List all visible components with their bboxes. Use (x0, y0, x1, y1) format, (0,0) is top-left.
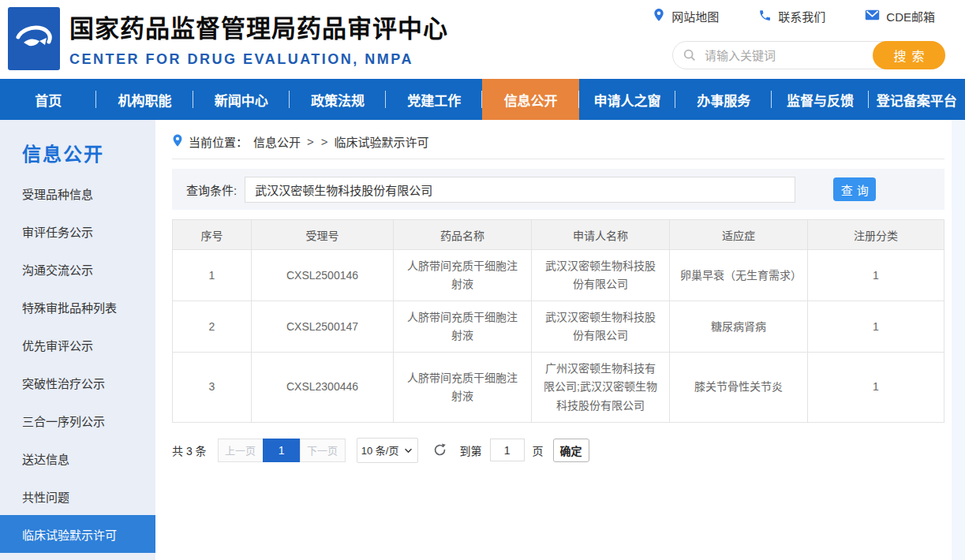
query-button[interactable]: 查询 (833, 177, 876, 201)
page-size-select[interactable]: 10 条/页 (357, 438, 418, 463)
cell-applicant: 武汉汉密顿生物科技股份有限公司 (532, 301, 670, 353)
location-pin-icon (653, 8, 665, 24)
cell-acceptance-no: CXSL2300446 (252, 353, 394, 422)
sidebar-title: 信息公开 (22, 139, 155, 166)
cell-seq: 3 (173, 353, 252, 422)
sidebar-item-communication[interactable]: 沟通交流公示 (0, 250, 155, 288)
next-page-button[interactable]: 下一页 (300, 439, 346, 462)
column-header-drug-name: 药品名称 (394, 220, 532, 250)
prev-page-button[interactable]: 上一页 (218, 439, 264, 462)
cell-drug-name: 人脐带间充质干细胞注射液 (394, 250, 532, 301)
breadcrumb-separator: > (321, 135, 328, 148)
page-number-button[interactable]: 1 (263, 439, 301, 462)
header-utility-links: 网站地图 联系我们 CDE邮箱 (653, 8, 935, 24)
nav-item-info-disclosure[interactable]: 信息公开 (482, 79, 578, 120)
contact-link[interactable]: 联系我们 (758, 8, 825, 24)
page-size-value: 10 条/页 (361, 442, 399, 457)
sitemap-link[interactable]: 网站地图 (653, 8, 719, 24)
query-condition-input[interactable] (245, 177, 795, 203)
column-header-indication: 适应症 (670, 220, 808, 250)
page-right-strip (952, 120, 965, 560)
sidebar-item-delivery-info[interactable]: 送达信息 (0, 439, 155, 477)
location-pin-icon (172, 133, 183, 150)
sidebar-item-priority-review[interactable]: 优先审评公示 (0, 326, 155, 364)
goto-page-input[interactable] (490, 439, 525, 461)
table-row: 2 CXSL2500147 人脐带间充质干细胞注射液 武汉汉密顿生物科技股份有限… (173, 301, 944, 353)
cell-applicant: 武汉汉密顿生物科技股份有限公司 (532, 250, 670, 301)
site-titles: 国家药品监督管理局药品审评中心 CENTER FOR DRUG EVALUATI… (69, 9, 448, 68)
breadcrumb: 当前位置：信息公开 > > 临床试验默示许可 (172, 125, 944, 159)
nav-item-home[interactable]: 首页 (0, 79, 96, 120)
contact-label: 联系我们 (778, 8, 825, 24)
site-search-button[interactable]: 搜索 (873, 41, 945, 69)
cell-registration-class: 1 (808, 353, 944, 422)
breadcrumb-current: 临床试验默示许可 (335, 133, 429, 150)
refresh-icon[interactable] (432, 442, 447, 457)
chevron-down-icon (404, 444, 413, 456)
nav-item-registration-platform[interactable]: 登记备案平台 (869, 79, 965, 120)
cell-registration-class: 1 (808, 250, 944, 301)
site-header: 国家药品监督管理局药品审评中心 CENTER FOR DRUG EVALUATI… (0, 0, 965, 79)
query-condition-label: 查询条件: (186, 181, 237, 198)
cell-drug-name: 人脐带间充质干细胞注射液 (394, 353, 532, 422)
content-area: 当前位置：信息公开 > > 临床试验默示许可 查询条件: 查询 序号 受理号 药… (155, 120, 965, 560)
sidebar-item-clinical-trial-implied-license[interactable]: 临床试验默示许可 (0, 515, 155, 553)
sidebar: 信息公开 受理品种信息 审评任务公示 沟通交流公示 特殊审批品种列表 优先审评公… (0, 120, 155, 560)
cell-registration-class: 1 (808, 301, 944, 353)
breadcrumb-separator: > (307, 135, 314, 148)
sidebar-item-special-approval[interactable]: 特殊审批品种列表 (0, 288, 155, 326)
site-title-cn: 国家药品监督管理局药品审评中心 (69, 9, 448, 44)
sidebar-item-breakthrough-therapy[interactable]: 突破性治疗公示 (0, 364, 155, 401)
column-header-applicant: 申请人名称 (532, 220, 670, 250)
cell-acceptance-no: CXSL2500147 (252, 301, 394, 353)
site-search: 搜索 (672, 41, 945, 69)
nav-item-functions[interactable]: 机构职能 (96, 79, 193, 120)
mailbox-label: CDE邮箱 (886, 8, 935, 24)
column-header-registration-class: 注册分类 (808, 220, 944, 250)
column-header-seq: 序号 (173, 220, 252, 250)
table-row: 1 CXSL2500146 人脐带间充质干细胞注射液 武汉汉密顿生物科技股份有限… (173, 250, 944, 301)
phone-icon (758, 9, 772, 24)
nav-item-policies[interactable]: 政策法规 (290, 79, 386, 120)
pagination: 共 3 条 上一页 1 下一页 10 条/页 到第 页 确定 (172, 438, 944, 463)
goto-page-unit: 页 (533, 442, 544, 458)
breadcrumb-prefix: 当前位置： (189, 133, 248, 150)
sidebar-item-common-issues[interactable]: 共性问题 (0, 477, 155, 515)
column-header-acceptance-no: 受理号 (252, 220, 394, 250)
table-header-row: 序号 受理号 药品名称 申请人名称 适应症 注册分类 (173, 220, 944, 250)
nav-item-party[interactable]: 党建工作 (386, 79, 482, 120)
main-nav: 首页 机构职能 新闻中心 政策法规 党建工作 信息公开 申请人之窗 办事服务 监… (0, 79, 965, 120)
cell-indication: 糖尿病肾病 (670, 301, 808, 353)
cell-applicant: 广州汉密顿生物科技有限公司;武汉汉密顿生物科技股份有限公司 (532, 353, 670, 422)
cde-logo[interactable] (8, 7, 60, 70)
cell-indication: 膝关节骨性关节炎 (670, 353, 808, 422)
cell-drug-name: 人脐带间充质干细胞注射液 (394, 301, 532, 353)
site-title-en: CENTER FOR DRUG EVALUATION, NMPA (69, 51, 448, 68)
sidebar-item-review-tasks[interactable]: 审评任务公示 (0, 212, 155, 250)
cell-acceptance-no: CXSL2500146 (252, 250, 394, 301)
nav-item-services[interactable]: 办事服务 (675, 79, 772, 120)
confirm-button[interactable]: 确定 (553, 439, 589, 462)
cell-seq: 1 (173, 250, 252, 301)
mailbox-link[interactable]: CDE邮箱 (865, 8, 935, 24)
sidebar-item-accepted-varieties[interactable]: 受理品种信息 (0, 174, 155, 212)
magnifier-icon (683, 48, 697, 65)
nav-item-applicant-window[interactable]: 申请人之窗 (579, 79, 675, 120)
cell-seq: 2 (173, 301, 252, 353)
query-panel: 查询条件: 查询 (172, 169, 944, 210)
table-row: 3 CXSL2300446 人脐带间充质干细胞注射液 广州汉密顿生物科技有限公司… (173, 353, 944, 422)
sidebar-item-three-in-one[interactable]: 三合一序列公示 (0, 401, 155, 439)
total-count-label: 共 3 条 (172, 442, 207, 458)
nav-item-supervision[interactable]: 监督与反馈 (772, 79, 868, 120)
mail-icon (865, 9, 880, 24)
nav-item-news[interactable]: 新闻中心 (193, 79, 290, 120)
results-table: 序号 受理号 药品名称 申请人名称 适应症 注册分类 1 CXSL2500146… (172, 219, 944, 423)
goto-page-label: 到第 (460, 442, 482, 458)
sitemap-label: 网站地图 (671, 8, 719, 24)
main-area: 信息公开 受理品种信息 审评任务公示 沟通交流公示 特殊审批品种列表 优先审评公… (0, 120, 965, 560)
breadcrumb-section[interactable]: 信息公开 (253, 133, 301, 150)
cell-indication: 卵巢早衰（无生育需求） (670, 250, 808, 301)
